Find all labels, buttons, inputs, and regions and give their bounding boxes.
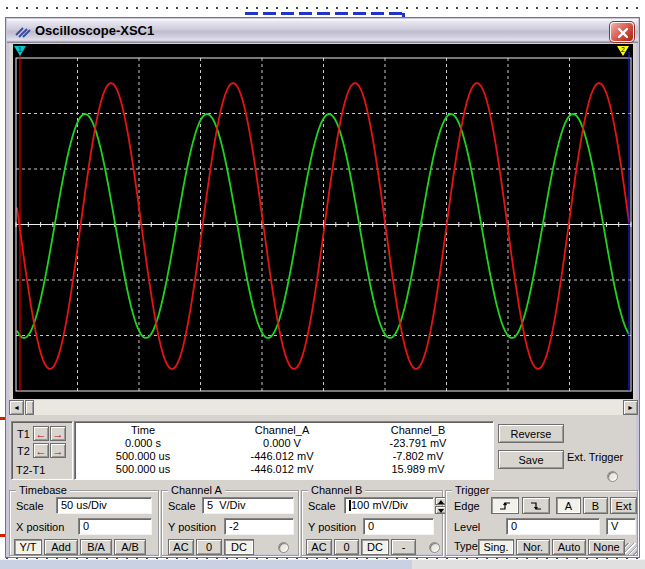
channel-b-scale-value: 100 mV/Div [351,499,408,511]
background-panel-left [0,559,412,569]
col-header-channel-b: Channel_B [353,424,483,437]
timebase-group: Timebase Scale 50 us/Div X position 0 Y/… [9,490,159,556]
trigger-type-auto-button[interactable]: Auto [552,539,586,555]
falling-edge-icon [529,500,543,512]
t2-channel-a: -446.012 mV [211,450,353,463]
trigger-group: Trigger Edge A B Ext Level 0 V Type Sing… [445,490,638,556]
channel-b-invert-button[interactable]: - [391,539,416,555]
instrument-icon [15,24,31,39]
window-title: Oscilloscope-XSC1 [35,19,154,43]
trigger-level-field[interactable]: 0 [506,518,600,535]
trigger-source-b-button[interactable]: B [583,497,608,514]
t2-t1-label: T2-T1 [16,464,45,476]
channel-a-scale-field[interactable]: 5 V/Div [202,497,294,514]
up-arrow-icon [438,500,444,504]
t1-channel-a: 0.000 V [211,437,353,450]
channel-a-ac-button[interactable]: AC [168,539,194,555]
down-arrow-icon [438,509,444,513]
mode-yt-button[interactable]: Y/T [14,539,42,555]
measurement-readout: Time Channel_A Channel_B 0.000 s 0.000 V… [74,421,494,480]
channel-b-radio[interactable] [429,542,440,553]
readout-row-t2: 500.000 us -446.012 mV -7.802 mV [75,450,493,463]
readout-header-row: Time Channel_A Channel_B [75,424,493,437]
scope-scrollbar[interactable]: ◄ ► [9,400,638,415]
x-position-field[interactable]: 0 [78,518,152,535]
ext-trigger-radio[interactable] [607,471,618,482]
channel-a-ypos-field[interactable]: -2 [224,518,294,535]
cursor-marker-number-1: 1 [18,46,22,53]
t2t1-channel-a: -446.012 mV [211,463,353,476]
rising-edge-icon [498,500,512,512]
channel-a-dc-button[interactable]: DC [224,539,254,555]
t2t1-time: 500.000 us [75,463,211,476]
readout-row-t2-t1: 500.000 us -446.012 mV 15.989 mV [75,463,493,476]
titlebar[interactable]: Oscilloscope-XSC1 [7,19,638,43]
t1-label: T1 [17,428,30,440]
channel-a-scale-label: Scale [168,500,196,512]
channel-b-scale-field[interactable]: 100 mV/Div [344,497,434,514]
channel-b-ypos-label: Y position [308,521,356,533]
scrollbar-thumb[interactable] [25,400,34,415]
channel-b-scale-label: Scale [308,500,336,512]
t2-left-button[interactable]: ← [33,443,49,458]
channel-a-legend: Channel A [168,484,225,496]
trigger-type-sing-button[interactable]: Sing. [478,539,514,555]
timebase-legend: Timebase [16,484,70,496]
t2-label: T2 [17,445,30,457]
t2t1-channel-b: 15.989 mV [353,463,483,476]
scrollbar-right-arrow-icon[interactable]: ► [623,400,638,415]
reverse-button[interactable]: Reverse [498,424,564,443]
timebase-scale-field[interactable]: 50 us/Div [56,497,152,514]
x-position-label: X position [16,521,64,533]
background-panel-right [412,559,645,569]
trigger-level-label: Level [454,521,480,533]
timebase-scale-label: Scale [16,500,44,512]
col-header-time: Time [75,424,211,437]
save-button[interactable]: Save [498,450,564,469]
t1-left-button[interactable]: ← [33,426,49,441]
oscilloscope-window: Oscilloscope-XSC1 12 ◄ ► T1 ← → T2 [5,17,640,558]
channel-a-ypos-label: Y position [168,521,216,533]
t2-time: 500.000 us [75,450,211,463]
channel-b-ypos-field[interactable]: 0 [363,518,434,535]
trigger-legend: Trigger [452,484,492,496]
t2-right-button[interactable]: → [50,443,66,458]
selected-wire[interactable] [245,12,405,15]
channel-b-legend: Channel B [308,484,365,496]
cursor-marker-number-2: 2 [621,46,625,53]
mode-add-button[interactable]: Add [44,539,78,555]
readout-row-t1: 0.000 s 0.000 V -23.791 mV [75,437,493,450]
trigger-type-none-button[interactable]: None [588,539,625,555]
trigger-edge-label: Edge [454,500,480,512]
channel-b-group: Channel B Scale 100 mV/Div Y position 0 … [301,490,443,556]
channel-b-dc-button[interactable]: DC [361,539,389,555]
t1-right-button[interactable]: → [50,426,66,441]
channel-a-radio[interactable] [278,542,289,553]
scrollbar-left-arrow-icon[interactable]: ◄ [9,400,24,415]
channel-b-ac-button[interactable]: AC [306,539,332,555]
channel-a-ground-button[interactable]: 0 [196,539,222,555]
col-header-channel-a: Channel_A [211,424,353,437]
scope-display: 12 [13,44,633,399]
trigger-level-unit-field[interactable]: V [606,518,636,535]
trigger-source-a-button[interactable]: A [556,497,581,514]
trigger-type-nor-button[interactable]: Nor. [516,539,550,555]
t1-time: 0.000 s [75,437,211,450]
rising-edge-button[interactable] [491,497,519,514]
close-button[interactable] [610,22,634,42]
ext-trigger-label: Ext. Trigger [567,451,623,463]
mode-ba-button[interactable]: B/A [80,539,112,555]
trigger-type-label: Type [454,540,478,552]
channel-b-ground-button[interactable]: 0 [334,539,359,555]
trigger-source-ext-button[interactable]: Ext [610,497,637,514]
cursor-control-panel: T1 ← → T2 ← → T2-T1 [11,421,73,480]
screenshot-root: Oscilloscope-XSC1 12 ◄ ► T1 ← → T2 [0,0,645,569]
mode-ab-button[interactable]: A/B [114,539,146,555]
falling-edge-button[interactable] [522,497,550,514]
resize-grip[interactable] [625,543,637,555]
t2-channel-b: -7.802 mV [353,450,483,463]
scope-display-panel: 12 [13,44,633,399]
channel-a-group: Channel A Scale 5 V/Div Y position -2 AC… [161,490,299,556]
t1-channel-b: -23.791 mV [353,437,483,450]
